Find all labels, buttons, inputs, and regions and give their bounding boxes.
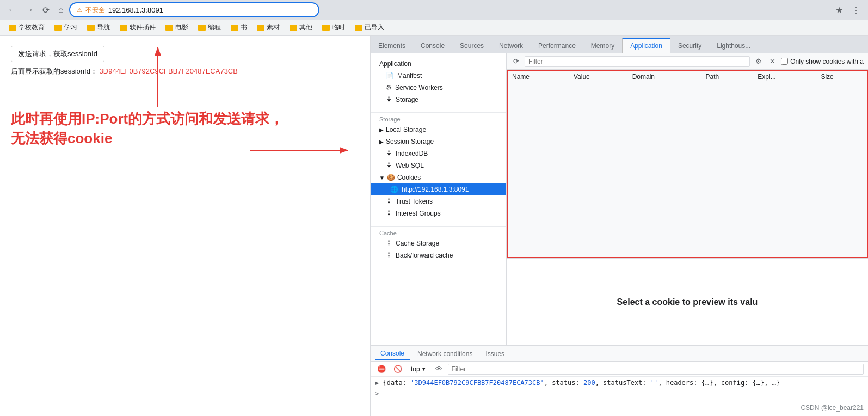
local-storage-label: Local Storage	[386, 126, 426, 133]
back-button[interactable]: ←	[4, 3, 20, 17]
devtools-tabs: Elements Console Sources Network Perform…	[371, 36, 868, 53]
sidebar-item-trust-tokens[interactable]: 🗄 Trust Tokens	[371, 195, 506, 207]
console-tab-issues[interactable]: Issues	[480, 348, 510, 360]
console-top-select[interactable]: top ▼	[408, 364, 430, 374]
cookie-table: Name Value Domain Path Expi... Size	[508, 71, 867, 83]
session-storage-expandable[interactable]: ▶ Session Storage	[371, 136, 506, 148]
only-cookies-text: Only show cookies with a	[790, 58, 864, 65]
indexeddb-label: IndexedDB	[396, 150, 428, 157]
sidebar-item-interest-groups[interactable]: 🗄 Interest Groups	[371, 207, 506, 219]
bookmark-item[interactable]: 学校教育	[4, 21, 49, 34]
back-forward-cache-icon: 🗄	[386, 252, 392, 259]
console-clear-button[interactable]: ⛔	[375, 364, 388, 374]
star-icon[interactable]: ★	[832, 3, 846, 17]
bookmark-item[interactable]: 素材	[253, 21, 284, 34]
send-request-button[interactable]: 发送请求，获取sessionId	[11, 46, 104, 62]
sidebar-item-back-forward-cache[interactable]: 🗄 Back/forward cache	[371, 249, 506, 261]
bookmark-item[interactable]: 软件插件	[115, 21, 160, 34]
filter-refresh-button[interactable]: ⟳	[511, 56, 521, 66]
manifest-icon: 📄	[386, 72, 394, 79]
cache-group-header: Cache	[371, 226, 506, 237]
trust-tokens-icon: 🗄	[386, 198, 392, 205]
bookmark-item[interactable]: 导航	[83, 21, 114, 34]
only-cookies-checkbox[interactable]	[781, 58, 788, 65]
tab-performance[interactable]: Performance	[531, 38, 583, 53]
only-cookies-label[interactable]: Only show cookies with a	[781, 58, 864, 65]
sidebar-item-manifest[interactable]: 📄 Manifest	[371, 70, 506, 82]
sidebar-item-indexeddb[interactable]: 🗄 IndexedDB	[371, 148, 506, 160]
devtools-body: Application 📄 Manifest ⚙ Service Workers…	[371, 53, 868, 416]
cookie-url-icon: 🌐	[390, 186, 398, 193]
col-path: Path	[701, 71, 754, 83]
address-bar[interactable]: ⚠ 不安全	[69, 2, 319, 17]
filter-settings-icon[interactable]: ⚙	[753, 56, 764, 66]
filter-input[interactable]	[525, 56, 750, 67]
annotation-text: 此时再使用IP:Port的方式访问和发送请求，无法获得cookie	[11, 109, 359, 149]
cookie-table-wrapper: Name Value Domain Path Expi... Size	[507, 70, 868, 258]
tab-memory[interactable]: Memory	[583, 38, 622, 53]
main-area: 发送请求，获取sessionId 后面显示获取的sessionId： 3D944…	[0, 36, 868, 416]
page-content: 发送请求，获取sessionId 后面显示获取的sessionId： 3D944…	[0, 36, 370, 416]
bookmark-item[interactable]: 学习	[50, 21, 82, 34]
tab-security[interactable]: Security	[670, 38, 709, 53]
tab-lighthouse[interactable]: Lighthous...	[709, 38, 758, 53]
console-tabs: Console Network conditions Issues	[371, 346, 868, 362]
service-workers-icon: ⚙	[386, 84, 392, 91]
bookmark-item[interactable]: 书	[226, 21, 251, 34]
tab-sources[interactable]: Sources	[452, 38, 491, 53]
watermark: CSDN @ice_bear221	[801, 404, 864, 412]
indexeddb-icon: 🗄	[386, 150, 392, 157]
tab-console[interactable]: Console	[413, 38, 452, 53]
cookie-preview-area: Select a cookie to preview its valu	[507, 258, 868, 345]
sidebar-item-cookie-url[interactable]: 🌐 http://192.168.1.3:8091	[371, 183, 506, 195]
websql-label: Web SQL	[396, 162, 424, 169]
bookmark-item[interactable]: 其他	[285, 21, 317, 34]
sidebar-item-websql[interactable]: 🗄 Web SQL	[371, 160, 506, 172]
sidebar-application-header: Application	[371, 58, 506, 70]
sidebar-item-service-workers[interactable]: ⚙ Service Workers	[371, 82, 506, 94]
home-button[interactable]: ⌂	[55, 3, 67, 17]
console-output-text: {data: '3D944EF0B792C9CFBB7F20487ECA73CB…	[383, 379, 780, 387]
col-expires: Expi...	[753, 71, 816, 83]
session-storage-chevron: ▶	[379, 139, 384, 145]
refresh-button[interactable]: ⟳	[39, 3, 53, 17]
console-eye-button[interactable]: 👁	[433, 364, 445, 374]
tab-application[interactable]: Application	[622, 38, 670, 53]
session-id-value: 3D944EF0B792C9CFBB7F20487ECA73CB	[100, 67, 238, 75]
browser-actions: ★ ⋮	[832, 3, 864, 17]
bookmark-item[interactable]: 编程	[194, 21, 225, 34]
bookmark-item[interactable]: 电影	[161, 21, 193, 34]
devtools-sidebar: Application 📄 Manifest ⚙ Service Workers…	[371, 53, 507, 345]
websql-icon: 🗄	[386, 162, 392, 169]
url-input[interactable]	[108, 6, 312, 14]
table-header-row: Name Value Domain Path Expi... Size	[508, 71, 867, 83]
tab-elements[interactable]: Elements	[371, 38, 413, 53]
cache-storage-icon: 🗄	[386, 240, 392, 247]
arrow-annotation	[0, 36, 370, 416]
console-filter-input[interactable]	[448, 364, 864, 375]
col-value: Value	[569, 71, 628, 83]
console-top-label: top	[411, 365, 420, 373]
sidebar-item-storage[interactable]: 🗄 Storage	[371, 94, 506, 106]
sidebar-item-cache-storage[interactable]: 🗄 Cache Storage	[371, 237, 506, 249]
cache-storage-label: Cache Storage	[396, 240, 439, 247]
storage-icon: 🗄	[386, 96, 392, 103]
console-tab-console[interactable]: Console	[375, 347, 410, 360]
filter-clear-icon[interactable]: ✕	[767, 56, 778, 66]
session-label: 后面显示获取的sessionId： 3D944EF0B792C9CFBB7F20…	[11, 66, 359, 76]
cookies-chevron: ▼	[379, 175, 385, 181]
cookies-expandable[interactable]: ▼ 🍪 Cookies	[371, 172, 506, 183]
console-output: ▶ {data: '3D944EF0B792C9CFBB7F20487ECA73…	[371, 377, 868, 389]
cookies-label: Cookies	[397, 174, 421, 181]
console-expand-icon[interactable]: ▶	[375, 379, 379, 387]
security-warning-icon: ⚠	[77, 7, 82, 14]
col-name: Name	[508, 71, 569, 83]
console-stop-button[interactable]: 🚫	[391, 364, 404, 374]
tab-network[interactable]: Network	[491, 38, 531, 53]
forward-button[interactable]: →	[22, 3, 37, 17]
local-storage-expandable[interactable]: ▶ Local Storage	[371, 124, 506, 136]
bookmark-item[interactable]: 已导入	[350, 21, 389, 34]
more-tools-icon[interactable]: ⋮	[848, 3, 864, 17]
bookmark-item[interactable]: 临时	[318, 21, 349, 34]
console-tab-network-conditions[interactable]: Network conditions	[412, 348, 478, 360]
